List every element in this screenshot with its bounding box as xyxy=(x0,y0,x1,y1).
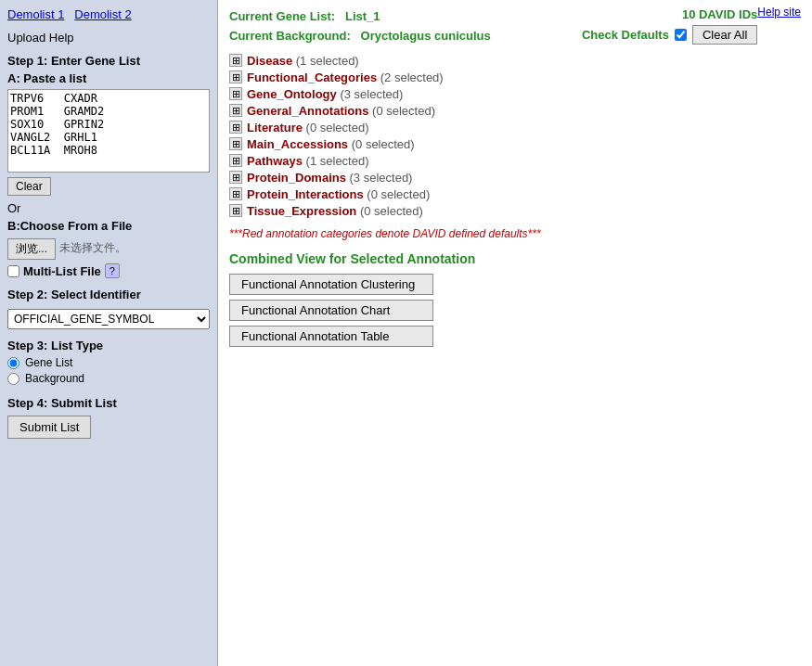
functional-annotation-clustering-button[interactable]: Functional Annotation Clustering xyxy=(229,274,433,295)
expand-icon: ⊞ xyxy=(229,54,242,67)
top-right: 10 DAVID IDs Check Defaults Clear All xyxy=(582,7,757,45)
top-bar: Current Gene List: List_1 Current Backgr… xyxy=(229,7,757,46)
expand-icon: ⊞ xyxy=(229,70,242,83)
or-label: Or xyxy=(7,201,210,215)
background-label: Background xyxy=(25,372,84,385)
current-bg-value: Oryctolagus cuniculus xyxy=(361,29,491,43)
category-item-literature[interactable]: ⊞ Literature (0 selected) xyxy=(229,121,801,134)
category-item-main-accessions[interactable]: ⊞ Main_Accessions (0 selected) xyxy=(229,137,801,151)
clear-button[interactable]: Clear xyxy=(7,177,51,196)
current-gene-list-value: List_1 xyxy=(345,9,380,23)
background-radio[interactable] xyxy=(7,373,19,385)
category-item-protein-domains[interactable]: ⊞ Protein_Domains (3 selected) xyxy=(229,171,801,185)
background-row: Background xyxy=(7,372,210,385)
current-bg-label: Current Background: xyxy=(229,29,351,43)
multilist-help-icon[interactable]: ? xyxy=(105,263,120,278)
expand-icon: ⊞ xyxy=(229,104,242,117)
category-item-functional-categories[interactable]: ⊞ Functional_Categories (2 selected) xyxy=(229,70,801,84)
clear-all-button[interactable]: Clear All xyxy=(692,25,757,45)
current-gene-list-label: Current Gene List: xyxy=(229,9,335,23)
demolist2-link[interactable]: Demolist 2 xyxy=(74,7,131,21)
file-row: 浏览... 未选择文件。 xyxy=(7,237,210,260)
expand-icon: ⊞ xyxy=(229,171,242,184)
current-bg-line: Current Background: Oryctolagus cuniculu… xyxy=(229,27,491,46)
step4-label: Step 4: Submit List xyxy=(7,396,210,410)
category-item-pathways[interactable]: ⊞ Pathways (1 selected) xyxy=(229,154,801,168)
step2-label: Step 2: Select Identifier xyxy=(7,288,210,301)
gene-list-label: Gene List xyxy=(25,356,72,369)
help-link[interactable]: Help site xyxy=(757,6,801,19)
category-item-disease[interactable]: ⊞ Disease (1 selected) xyxy=(229,54,801,68)
step4-section: Step 4: Submit List Submit List xyxy=(7,396,210,439)
sidebar: Demolist 1 Demolist 2 Upload Help Step 1… xyxy=(0,0,218,666)
expand-icon: ⊞ xyxy=(229,204,242,217)
expand-icon: ⊞ xyxy=(229,87,242,100)
submit-list-button[interactable]: Submit List xyxy=(7,416,91,439)
red-note: ***Red annotation categories denote DAVI… xyxy=(229,227,801,240)
section-b-label: B:Choose From a File xyxy=(7,219,210,233)
category-item-protein-interactions[interactable]: ⊞ Protein_Interactions (0 selected) xyxy=(229,187,801,201)
expand-icon: ⊞ xyxy=(229,154,242,167)
step3-section: Step 3: List Type Gene List Background xyxy=(7,339,210,385)
multilist-label: Multi-List File xyxy=(23,264,101,278)
section-a-label: A: Paste a list xyxy=(7,71,210,85)
defaults-row: Check Defaults Clear All xyxy=(582,25,757,45)
david-ids: 10 DAVID IDs xyxy=(682,7,757,21)
demo-links: Demolist 1 Demolist 2 xyxy=(7,7,210,21)
multilist-row: Multi-List File ? xyxy=(7,263,210,278)
multilist-checkbox[interactable] xyxy=(7,265,19,277)
identifier-select[interactable]: OFFICIAL_GENE_SYMBOL AFFYMETRIX_3PRIME_I… xyxy=(7,309,210,329)
current-gene-list-line: Current Gene List: List_1 xyxy=(229,7,491,27)
gene-list-row: Gene List xyxy=(7,356,210,369)
gene-list-textarea[interactable]: TRPV6 CXADR PROM1 GRAMD2 SOX10 GPRIN2 VA… xyxy=(7,89,210,173)
category-list: ⊞ Disease (1 selected) ⊞ Functional_Cate… xyxy=(229,54,801,218)
category-item-general-annotations[interactable]: ⊞ General_Annotations (0 selected) xyxy=(229,104,801,118)
category-item-gene-ontology[interactable]: ⊞ Gene_Ontology (3 selected) xyxy=(229,87,801,101)
upload-help-link[interactable]: Upload Help xyxy=(7,31,74,45)
check-defaults-checkbox[interactable] xyxy=(675,29,687,41)
combined-title: Combined View for Selected Annotation xyxy=(229,251,801,266)
check-defaults-label: Check Defaults xyxy=(582,28,669,42)
category-item-tissue-expression[interactable]: ⊞ Tissue_Expression (0 selected) xyxy=(229,204,801,218)
expand-icon: ⊞ xyxy=(229,187,242,200)
functional-annotation-chart-button[interactable]: Functional Annotation Chart xyxy=(229,300,433,321)
functional-annotation-table-button[interactable]: Functional Annotation Table xyxy=(229,326,433,347)
demolist1-link[interactable]: Demolist 1 xyxy=(7,7,64,21)
step3-label: Step 3: List Type xyxy=(7,339,210,352)
expand-icon: ⊞ xyxy=(229,121,242,134)
gene-list-radio[interactable] xyxy=(7,357,19,369)
step1-label: Step 1: Enter Gene List xyxy=(7,54,210,68)
combined-section: Combined View for Selected Annotation Fu… xyxy=(229,251,801,347)
no-file-text: 未选择文件。 xyxy=(59,240,126,256)
browse-button[interactable]: 浏览... xyxy=(7,238,56,260)
main-content: Help site Current Gene List: List_1 Curr… xyxy=(218,0,812,666)
current-info: Current Gene List: List_1 Current Backgr… xyxy=(229,7,491,46)
expand-icon: ⊞ xyxy=(229,137,242,150)
